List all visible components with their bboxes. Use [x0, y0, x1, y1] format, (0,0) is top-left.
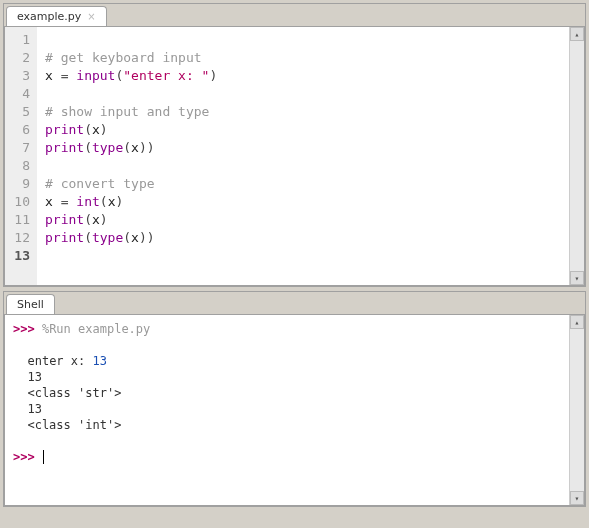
- shell-output-line: 13: [13, 369, 561, 385]
- line-number: 8: [9, 157, 30, 175]
- code-token: (: [84, 140, 92, 155]
- code-token: ): [147, 140, 155, 155]
- code-token: (: [84, 122, 92, 137]
- code-token: (: [123, 230, 131, 245]
- code-token: x: [45, 194, 61, 209]
- text-cursor-icon: [43, 450, 44, 464]
- code-token: x: [45, 68, 61, 83]
- code-line[interactable]: x = input("enter x: "): [45, 67, 561, 85]
- line-number: 12: [9, 229, 30, 247]
- code-line[interactable]: x = int(x): [45, 193, 561, 211]
- code-token: (: [100, 194, 108, 209]
- line-number: 3: [9, 67, 30, 85]
- code-token: type: [92, 230, 123, 245]
- shell-tab-bar: Shell: [4, 292, 585, 314]
- code-token: ): [100, 122, 108, 137]
- code-line[interactable]: print(x): [45, 211, 561, 229]
- code-token: ): [100, 212, 108, 227]
- code-token: ): [147, 230, 155, 245]
- scroll-up-icon[interactable]: ▴: [570, 315, 584, 329]
- code-token: ): [139, 140, 147, 155]
- line-number: 13: [9, 247, 30, 265]
- shell-tab-label: Shell: [17, 298, 44, 311]
- line-number: 1: [9, 31, 30, 49]
- code-line[interactable]: print(type(x)): [45, 139, 561, 157]
- shell-prompt: >>>: [13, 450, 35, 464]
- shell-prompt: >>>: [13, 322, 35, 336]
- close-icon[interactable]: ×: [87, 11, 95, 22]
- code-token: int: [76, 194, 99, 209]
- shell-panel: Shell >>> %Run example.py enter x: 13 13…: [3, 291, 586, 507]
- scroll-track[interactable]: [570, 41, 584, 271]
- editor-content: 12345678910111213 # get keyboard inputx …: [4, 26, 585, 286]
- code-line[interactable]: [45, 247, 561, 265]
- code-token: x: [131, 140, 139, 155]
- code-area[interactable]: # get keyboard inputx = input("enter x: …: [37, 27, 569, 285]
- line-gutter: 12345678910111213: [5, 27, 37, 285]
- scroll-track[interactable]: [570, 329, 584, 491]
- shell-tab[interactable]: Shell: [6, 294, 55, 314]
- shell-input-value: 13: [92, 354, 106, 368]
- scroll-down-icon[interactable]: ▾: [570, 491, 584, 505]
- code-token: ): [115, 194, 123, 209]
- code-token: (: [84, 230, 92, 245]
- code-token: type: [92, 140, 123, 155]
- code-line[interactable]: [45, 157, 561, 175]
- shell-output-line: <class 'str'>: [13, 385, 561, 401]
- code-token: print: [45, 140, 84, 155]
- code-line[interactable]: [45, 31, 561, 49]
- code-line[interactable]: print(type(x)): [45, 229, 561, 247]
- shell-blank: [13, 337, 561, 353]
- editor-tab-label: example.py: [17, 10, 81, 23]
- code-token: x: [131, 230, 139, 245]
- editor-scrollbar[interactable]: ▴ ▾: [569, 27, 584, 285]
- code-line[interactable]: [45, 85, 561, 103]
- code-token: # get keyboard input: [45, 50, 202, 65]
- line-number: 9: [9, 175, 30, 193]
- shell-blank: [13, 433, 561, 449]
- shell-scrollbar[interactable]: ▴ ▾: [569, 315, 584, 505]
- shell-content: >>> %Run example.py enter x: 13 13 <clas…: [4, 314, 585, 506]
- shell-run-cmd: %Run example.py: [42, 322, 150, 336]
- shell-output-line: 13: [13, 401, 561, 417]
- code-token: (: [123, 140, 131, 155]
- shell-output-line: <class 'int'>: [13, 417, 561, 433]
- line-number: 5: [9, 103, 30, 121]
- code-line[interactable]: # show input and type: [45, 103, 561, 121]
- code-token: x: [92, 122, 100, 137]
- code-token: print: [45, 230, 84, 245]
- code-token: "enter x: ": [123, 68, 209, 83]
- shell-output-text: enter x:: [27, 354, 92, 368]
- code-token: # show input and type: [45, 104, 209, 119]
- code-line[interactable]: # get keyboard input: [45, 49, 561, 67]
- line-number: 7: [9, 139, 30, 157]
- line-number: 2: [9, 49, 30, 67]
- editor-panel: example.py × 12345678910111213 # get key…: [3, 3, 586, 287]
- line-number: 6: [9, 121, 30, 139]
- code-token: ): [209, 68, 217, 83]
- scroll-down-icon[interactable]: ▾: [570, 271, 584, 285]
- code-token: # convert type: [45, 176, 155, 191]
- line-number: 11: [9, 211, 30, 229]
- code-token: input: [76, 68, 115, 83]
- editor-tab[interactable]: example.py ×: [6, 6, 107, 26]
- code-token: ): [139, 230, 147, 245]
- editor-tab-bar: example.py ×: [4, 4, 585, 26]
- code-line[interactable]: # convert type: [45, 175, 561, 193]
- code-token: print: [45, 122, 84, 137]
- code-token: print: [45, 212, 84, 227]
- code-token: x: [92, 212, 100, 227]
- code-token: =: [61, 68, 77, 83]
- shell-area[interactable]: >>> %Run example.py enter x: 13 13 <clas…: [5, 315, 569, 505]
- line-number: 10: [9, 193, 30, 211]
- scroll-up-icon[interactable]: ▴: [570, 27, 584, 41]
- code-token: (: [84, 212, 92, 227]
- line-number: 4: [9, 85, 30, 103]
- code-line[interactable]: print(x): [45, 121, 561, 139]
- code-token: =: [61, 194, 77, 209]
